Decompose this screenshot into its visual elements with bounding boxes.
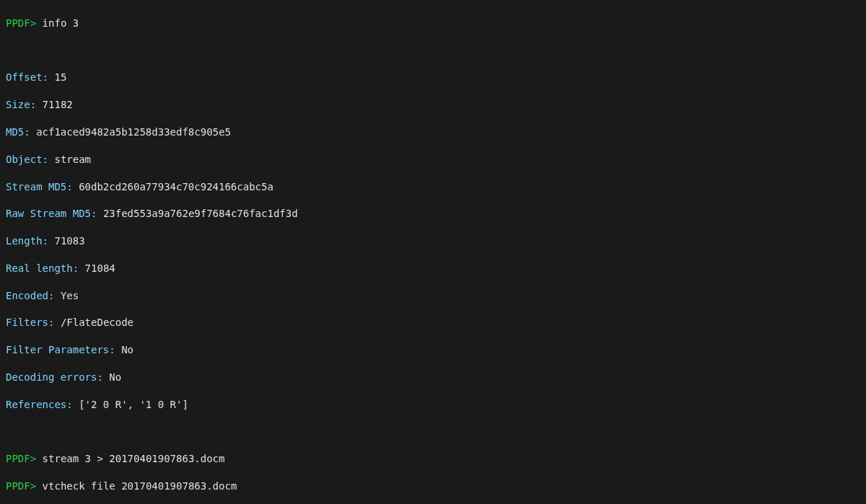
value: /FlateDecode [61, 317, 134, 328]
label: Decoding errors: [6, 371, 103, 383]
info-line: Real length: 71084 [6, 262, 860, 275]
info-line: Offset: 15 [6, 71, 860, 84]
value: No [121, 344, 134, 355]
info-line: MD5: acf1aced9482a5b1258d33edf8c905e5 [6, 125, 860, 139]
label: Object: [6, 154, 48, 165]
terminal-output[interactable]: PPDF> info 3 Offset: 15 Size: 71182 MD5:… [0, 0, 866, 504]
label: Stream MD5: [6, 181, 73, 193]
info-line: References: ['2 0 R', '1 0 R'] [6, 398, 860, 412]
command-line: PPDF> stream 3 > 20170401907863.docm [6, 452, 860, 466]
value: 60db2cd260a77934c70c924166cabc5a [79, 181, 274, 193]
command-text: stream 3 > 20170401907863.docm [43, 453, 225, 464]
label: Filters: [6, 317, 54, 328]
command-line: PPDF> info 3 [6, 17, 860, 30]
prompt: PPDF> [6, 480, 36, 492]
info-line: Length: 71083 [6, 234, 860, 248]
value: stream [54, 154, 91, 165]
value: Yes [61, 290, 79, 301]
command-text: info 3 [43, 17, 79, 29]
value: 71084 [85, 262, 115, 274]
info-line: Raw Stream MD5: 23fed553a9a762e9f7684c76… [6, 207, 860, 221]
value: acf1aced9482a5b1258d33edf8c905e5 [36, 126, 231, 138]
info-line: Filter Parameters: No [6, 343, 860, 357]
value: No [109, 371, 121, 383]
value: ['2 0 R', '1 0 R'] [79, 399, 188, 410]
prompt: PPDF> [6, 17, 36, 29]
prompt: PPDF> [6, 453, 36, 464]
value: 71182 [43, 99, 73, 110]
info-line: Size: 71182 [6, 98, 860, 112]
label: Real length: [6, 262, 79, 274]
info-line: Decoding errors: No [6, 371, 860, 384]
value: 23fed553a9a762e9f7684c76fac1df3d [103, 208, 298, 219]
info-line: Encoded: Yes [6, 289, 860, 303]
blank-line [6, 425, 860, 439]
info-line: Stream MD5: 60db2cd260a77934c70c924166ca… [6, 180, 860, 194]
label: Size: [6, 99, 36, 110]
label: References: [6, 399, 73, 410]
label: Length: [6, 235, 48, 247]
value: 71083 [54, 235, 84, 247]
label: MD5: [6, 126, 30, 138]
command-line: PPDF> vtcheck file 20170401907863.docm [6, 479, 860, 493]
label: Offset: [6, 71, 48, 83]
label: Raw Stream MD5: [6, 208, 97, 219]
blank-line [6, 44, 860, 58]
value: 15 [54, 71, 66, 83]
info-line: Object: stream [6, 153, 860, 167]
label: Encoded: [6, 290, 54, 301]
command-text: vtcheck file 20170401907863.docm [43, 480, 237, 492]
info-line: Filters: /FlateDecode [6, 316, 860, 330]
label: Filter Parameters: [6, 344, 115, 355]
